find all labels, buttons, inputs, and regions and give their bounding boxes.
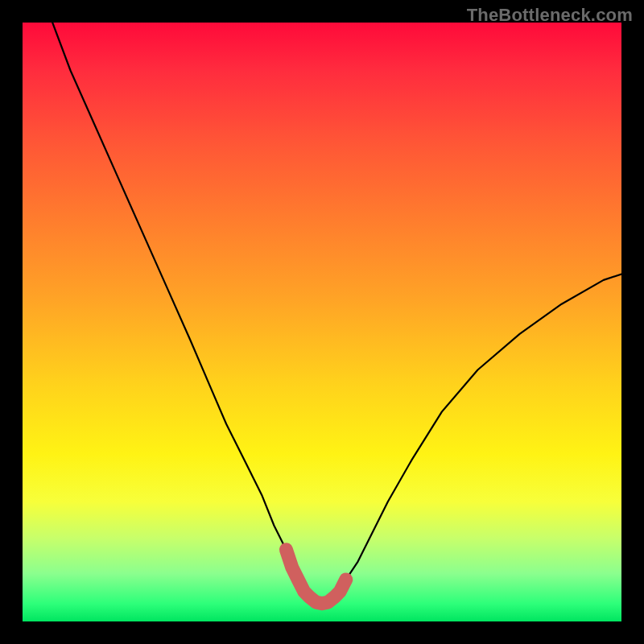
chart-frame: TheBottleneck.com	[0, 0, 644, 644]
curve-path	[52, 23, 621, 604]
plot-area	[23, 23, 621, 621]
bottleneck-curve	[23, 23, 621, 621]
watermark-text: TheBottleneck.com	[467, 5, 633, 26]
optimal-range-highlight	[286, 550, 345, 604]
